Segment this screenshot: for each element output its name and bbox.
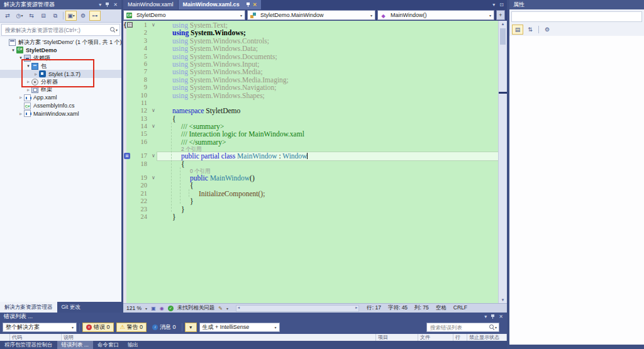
- horizontal-scrollbar[interactable]: ◂ ▸: [236, 305, 359, 312]
- pin-icon[interactable]: [246, 2, 250, 8]
- status-line-ending[interactable]: CRLF: [453, 304, 467, 312]
- code-line[interactable]: 14∨/// <summary>: [126, 123, 499, 130]
- warning-filter-button[interactable]: ⚠警告 0: [116, 323, 147, 332]
- search-input[interactable]: [4, 26, 110, 34]
- tree-expander[interactable]: ▹: [33, 72, 39, 77]
- code-editor[interactable]: { 1∨using System.Text;2using System.Wind…: [123, 21, 507, 303]
- property-pages-icon[interactable]: ⚙: [541, 25, 553, 35]
- code-line[interactable]: 1∨using System.Text;: [126, 21, 499, 29]
- multi-filter-icon[interactable]: ▼: [185, 323, 197, 332]
- pending-changes-filter-icon[interactable]: ◷▾: [14, 11, 25, 21]
- tool-window-tab[interactable]: 错误列表 ...: [57, 341, 93, 349]
- chevron-down-icon[interactable]: ▾: [495, 325, 497, 330]
- code-line[interactable]: 12∨namespace StyletDemo: [126, 107, 499, 114]
- no-issues-check-icon[interactable]: ✓: [168, 306, 174, 311]
- object-selector-dropdown[interactable]: [511, 11, 642, 22]
- pin-icon[interactable]: [491, 314, 495, 319]
- tree-expander[interactable]: ▾: [18, 55, 24, 60]
- tool-window-tab[interactable]: 解决方案资源管理器: [0, 302, 57, 313]
- error-search-box[interactable]: ▾: [426, 323, 499, 332]
- code-line[interactable]: 20{: [126, 182, 499, 189]
- tool-window-tab[interactable]: 输出: [123, 341, 143, 349]
- code-line[interactable]: 16/// </summary>: [126, 138, 499, 146]
- tree-item[interactable]: 解决方案 'StyletDemo' (1 个项目, 共 1 个): [0, 38, 121, 47]
- column-header[interactable]: 代码: [10, 334, 62, 341]
- code-line[interactable]: ≣17∨public partial class MainWindow : Wi…: [126, 152, 499, 160]
- column-header[interactable]: 说明: [62, 334, 376, 341]
- code-cleanup-icon[interactable]: ▣: [151, 306, 156, 311]
- properties-icon[interactable]: ⧉: [50, 11, 61, 21]
- code-line[interactable]: 6using System.Windows.Input;: [126, 60, 499, 68]
- chevron-down-icon[interactable]: ▾: [116, 28, 118, 32]
- tree-expander[interactable]: ▹: [25, 79, 31, 84]
- chevron-down-icon[interactable]: ▾: [226, 306, 228, 311]
- tree-item[interactable]: ▹分析器: [0, 78, 121, 86]
- code-line[interactable]: 11: [126, 99, 499, 107]
- codelens-row[interactable]: 0 个引用: [126, 168, 499, 174]
- code-line[interactable]: 8using System.Windows.Media.Imaging;: [126, 76, 499, 84]
- chevron-down-icon[interactable]: ▾: [145, 306, 147, 311]
- code-line[interactable]: 21InitializeComponent();: [126, 190, 499, 197]
- code-line[interactable]: 24}: [126, 213, 499, 221]
- fold-arrow[interactable]: ∨: [150, 123, 157, 130]
- code-line[interactable]: 5using System.Windows.Documents;: [126, 53, 499, 60]
- column-header[interactable]: 禁止显示状态: [467, 334, 507, 341]
- search-icon[interactable]: [489, 324, 495, 330]
- search-icon[interactable]: [110, 27, 116, 33]
- tool-window-tab[interactable]: Git 更改: [57, 302, 85, 313]
- tree-expander[interactable]: ▾: [25, 64, 31, 69]
- scroll-right-icon[interactable]: ▸: [355, 305, 357, 309]
- solution-search-box[interactable]: ▾: [1, 24, 120, 36]
- collapse-all-icon[interactable]: ⊟: [38, 11, 49, 21]
- close-icon[interactable]: ✕: [113, 0, 118, 9]
- vertical-scrollbar[interactable]: ▴ ▾: [498, 21, 507, 303]
- column-header[interactable]: 文件: [418, 334, 453, 341]
- chevron-down-icon[interactable]: ▾: [492, 2, 495, 8]
- scroll-up-icon[interactable]: ▴: [499, 21, 507, 26]
- code-line[interactable]: 15/// Interaction logic for MainWindow.x…: [126, 130, 499, 138]
- code-line[interactable]: 9using System.Windows.Navigation;: [126, 84, 499, 91]
- codelens-row[interactable]: 2 个引用: [126, 146, 499, 152]
- error-filter-button[interactable]: ✕错误 0: [82, 323, 114, 332]
- float-window-icon[interactable]: ⊡: [499, 2, 504, 8]
- source-dropdown[interactable]: 生成 + IntelliSense ▾: [199, 323, 280, 332]
- column-header[interactable]: [0, 334, 10, 341]
- status-spaces[interactable]: 空格: [436, 304, 447, 312]
- scroll-left-icon[interactable]: ◂: [238, 305, 240, 309]
- project-dropdown[interactable]: StyletDemo ▾: [123, 10, 245, 20]
- pin-icon[interactable]: [105, 2, 109, 8]
- tree-item[interactable]: ▹Stylet (1.3.7): [0, 70, 121, 78]
- code-line[interactable]: 2using System.Windows;: [126, 29, 499, 36]
- code-line[interactable]: 13{: [126, 115, 499, 123]
- code-line[interactable]: 4using System.Windows.Data;: [126, 45, 499, 52]
- scroll-down-icon[interactable]: ▾: [499, 297, 507, 302]
- scrollbar-thumb[interactable]: [500, 28, 506, 45]
- fold-arrow[interactable]: ∨: [150, 174, 157, 182]
- close-icon[interactable]: ✕: [499, 312, 503, 321]
- document-tab[interactable]: MainWindow.xaml: [123, 0, 178, 9]
- fold-arrow[interactable]: ∨: [150, 21, 157, 29]
- tool-window-tab[interactable]: 程序包管理器控制台: [0, 341, 57, 349]
- scope-dropdown[interactable]: 整个解决方案 ▾: [3, 323, 77, 332]
- sync-with-active-document-icon[interactable]: ⇆: [26, 11, 37, 21]
- code-line[interactable]: 19∨public MainWindow(): [126, 174, 499, 182]
- code-line[interactable]: 23}: [126, 206, 499, 213]
- window-position-menu-icon[interactable]: ▾: [484, 312, 487, 321]
- code-line[interactable]: 22}: [126, 197, 499, 205]
- column-header[interactable]: 行: [453, 334, 467, 341]
- pencil-icon[interactable]: ✎: [218, 306, 223, 311]
- close-icon[interactable]: ✕: [253, 0, 257, 9]
- wrench-icon[interactable]: ⚙: [77, 11, 89, 21]
- tree-item[interactable]: ▹框架: [0, 86, 121, 94]
- tree-item[interactable]: AssemblyInfo.cs: [0, 102, 121, 110]
- categorized-icon[interactable]: ▤: [512, 25, 523, 35]
- info-filter-button[interactable]: i消息 0: [149, 323, 179, 332]
- tree-item[interactable]: ▾依赖项: [0, 54, 121, 62]
- tree-expander[interactable]: ▹: [25, 87, 31, 92]
- split-window-icon[interactable]: +: [496, 10, 505, 20]
- tree-expander[interactable]: ▹: [18, 95, 24, 100]
- tree-expander[interactable]: ▾: [10, 48, 16, 53]
- error-search-input[interactable]: [429, 324, 489, 331]
- zoom-level[interactable]: 121 %: [126, 305, 142, 311]
- code-line[interactable]: 10using System.Windows.Shapes;: [126, 92, 499, 99]
